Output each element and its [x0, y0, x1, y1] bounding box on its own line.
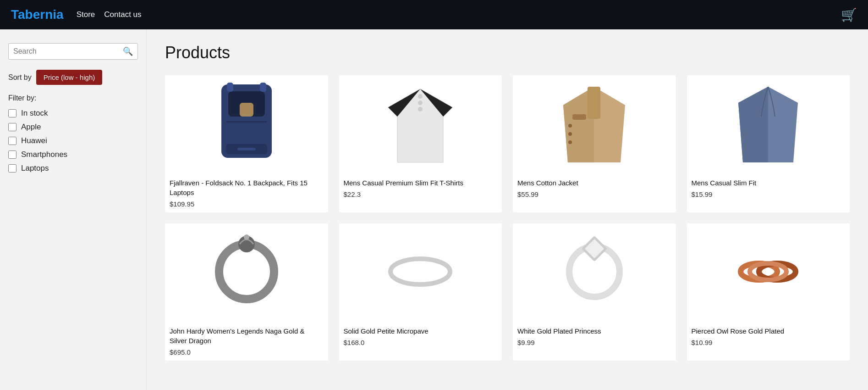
svg-point-12: [418, 94, 423, 99]
page-title: Products: [165, 43, 850, 62]
sidebar: 🔍 Sort by Price (low - high) Filter by: …: [0, 29, 147, 390]
product-price: $109.95: [170, 200, 324, 208]
svg-rect-7: [260, 83, 266, 92]
filter-label: Filter by:: [8, 94, 138, 102]
filter-item-apple[interactable]: Apple: [8, 123, 138, 132]
product-name: Pierced Owl Rose Gold Plated: [692, 326, 846, 336]
svg-point-21: [568, 140, 572, 144]
nav-contact[interactable]: Contact us: [104, 10, 141, 19]
filter-checkbox-in-stock[interactable]: [8, 109, 16, 117]
product-price: $22.3: [344, 190, 498, 198]
product-image: [513, 223, 676, 320]
svg-marker-8: [388, 89, 452, 162]
filter-label-laptops: Laptops: [21, 164, 49, 173]
product-price: $168.0: [344, 339, 498, 346]
product-name: White Gold Plated Princess: [517, 326, 671, 336]
filters-container: In stockAppleHuaweiSmartphonesLaptops: [8, 109, 138, 173]
filter-checkbox-apple[interactable]: [8, 123, 16, 131]
product-image: [513, 75, 676, 172]
product-info: John Hardy Women's Legends Naga Gold & S…: [165, 320, 328, 361]
product-image: [165, 75, 328, 172]
sort-label: Sort by: [8, 73, 32, 82]
filter-item-laptops[interactable]: Laptops: [8, 164, 138, 173]
svg-rect-17: [588, 87, 600, 119]
filter-label-in-stock: In stock: [21, 109, 48, 118]
product-card[interactable]: Fjallraven - Foldsack No. 1 Backpack, Fi…: [165, 75, 328, 212]
products-grid: Fjallraven - Foldsack No. 1 Backpack, Fi…: [165, 75, 850, 361]
sort-button[interactable]: Price (low - high): [36, 70, 103, 85]
cart-icon[interactable]: 🛒: [841, 7, 857, 22]
svg-rect-5: [237, 148, 256, 150]
svg-rect-18: [572, 114, 586, 120]
filter-item-smartphones[interactable]: Smartphones: [8, 150, 138, 159]
product-card[interactable]: John Hardy Women's Legends Naga Gold & S…: [165, 223, 328, 361]
product-image: [687, 75, 850, 172]
product-price: $55.99: [517, 190, 671, 198]
product-name: Fjallraven - Foldsack No. 1 Backpack, Fi…: [170, 178, 324, 197]
svg-point-19: [568, 124, 572, 128]
product-info: Mens Cotton Jacket$55.99: [513, 172, 676, 203]
product-name: Mens Cotton Jacket: [517, 178, 671, 188]
brand-name[interactable]: Tabernia: [11, 7, 64, 22]
product-card[interactable]: Mens Casual Slim Fit$15.99: [687, 75, 850, 212]
product-card[interactable]: Solid Gold Petite Micropave$168.0: [339, 223, 502, 361]
navbar: Tabernia Store Contact us 🛒: [0, 0, 868, 29]
filter-label-apple: Apple: [21, 123, 41, 132]
product-image: [339, 75, 502, 172]
product-card[interactable]: Pierced Owl Rose Gold Plated$10.99: [687, 223, 850, 361]
product-info: White Gold Plated Princess$9.99: [513, 320, 676, 351]
svg-rect-30: [585, 239, 604, 258]
product-card[interactable]: Mens Cotton Jacket$55.99: [513, 75, 676, 212]
product-name: Solid Gold Petite Micropave: [344, 326, 498, 336]
product-image: [165, 223, 328, 320]
product-price: $10.99: [692, 339, 846, 346]
product-name: John Hardy Women's Legends Naga Gold & S…: [170, 326, 324, 345]
search-input[interactable]: [13, 47, 123, 56]
product-info: Solid Gold Petite Micropave$168.0: [339, 320, 502, 351]
nav-store[interactable]: Store: [77, 10, 95, 19]
product-image: [687, 223, 850, 320]
product-card[interactable]: Mens Casual Premium Slim Fit T-Shirts$22…: [339, 75, 502, 212]
filter-checkbox-huawei[interactable]: [8, 137, 16, 145]
search-button[interactable]: 🔍: [123, 46, 133, 56]
svg-marker-23: [738, 87, 768, 162]
product-image: [339, 223, 502, 320]
filter-item-in-stock[interactable]: In stock: [8, 109, 138, 118]
product-price: $15.99: [692, 190, 846, 198]
svg-point-13: [418, 100, 423, 105]
filter-checkbox-laptops[interactable]: [8, 164, 16, 173]
svg-rect-2: [240, 103, 253, 117]
product-name: Mens Casual Slim Fit: [692, 178, 846, 188]
filter-label-smartphones: Smartphones: [21, 150, 67, 159]
svg-point-14: [418, 107, 423, 111]
filter-item-huawei[interactable]: Huawei: [8, 136, 138, 145]
svg-point-26: [244, 234, 249, 240]
sort-row: Sort by Price (low - high): [8, 70, 138, 85]
product-price: $9.99: [517, 339, 671, 346]
svg-point-20: [568, 132, 572, 136]
svg-point-27: [390, 259, 450, 284]
product-price: $695.0: [170, 348, 324, 356]
product-name: Mens Casual Premium Slim Fit T-Shirts: [344, 178, 498, 188]
product-info: Fjallraven - Foldsack No. 1 Backpack, Fi…: [165, 172, 328, 212]
product-info: Pierced Owl Rose Gold Plated$10.99: [687, 320, 850, 351]
page-wrapper: 🔍 Sort by Price (low - high) Filter by: …: [0, 29, 868, 390]
filter-label-huawei: Huawei: [21, 136, 47, 145]
main-content: Products Fjallraven - Foldsack No. 1 Bac…: [147, 29, 868, 390]
svg-rect-3: [226, 121, 267, 123]
product-info: Mens Casual Slim Fit$15.99: [687, 172, 850, 203]
product-info: Mens Casual Premium Slim Fit T-Shirts$22…: [339, 172, 502, 203]
search-box: 🔍: [8, 43, 138, 60]
filter-checkbox-smartphones[interactable]: [8, 150, 16, 159]
svg-rect-6: [227, 83, 233, 92]
product-card[interactable]: White Gold Plated Princess$9.99: [513, 223, 676, 361]
